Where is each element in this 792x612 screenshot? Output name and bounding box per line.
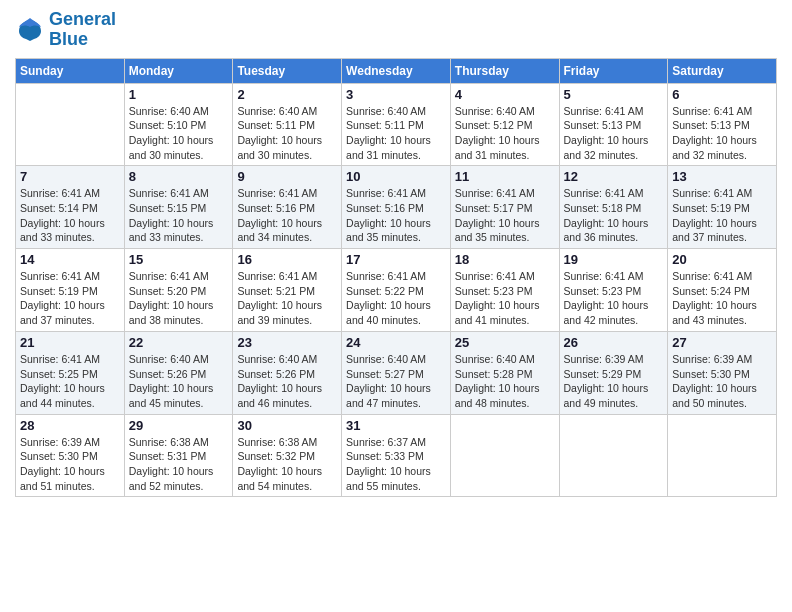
calendar-cell: [668, 414, 777, 497]
calendar-cell: 28Sunrise: 6:39 AMSunset: 5:30 PMDayligh…: [16, 414, 125, 497]
day-info: Sunrise: 6:41 AMSunset: 5:16 PMDaylight:…: [346, 186, 446, 245]
day-number: 16: [237, 252, 337, 267]
day-number: 29: [129, 418, 229, 433]
day-info: Sunrise: 6:38 AMSunset: 5:31 PMDaylight:…: [129, 435, 229, 494]
day-number: 2: [237, 87, 337, 102]
day-number: 22: [129, 335, 229, 350]
day-number: 11: [455, 169, 555, 184]
day-info: Sunrise: 6:37 AMSunset: 5:33 PMDaylight:…: [346, 435, 446, 494]
day-number: 21: [20, 335, 120, 350]
calendar-cell: 17Sunrise: 6:41 AMSunset: 5:22 PMDayligh…: [342, 249, 451, 332]
day-number: 20: [672, 252, 772, 267]
day-number: 13: [672, 169, 772, 184]
day-of-week-header: Monday: [124, 58, 233, 83]
calendar-cell: 11Sunrise: 6:41 AMSunset: 5:17 PMDayligh…: [450, 166, 559, 249]
day-number: 12: [564, 169, 664, 184]
calendar-cell: 23Sunrise: 6:40 AMSunset: 5:26 PMDayligh…: [233, 331, 342, 414]
day-number: 7: [20, 169, 120, 184]
calendar-cell: 15Sunrise: 6:41 AMSunset: 5:20 PMDayligh…: [124, 249, 233, 332]
day-info: Sunrise: 6:41 AMSunset: 5:16 PMDaylight:…: [237, 186, 337, 245]
calendar-cell: 29Sunrise: 6:38 AMSunset: 5:31 PMDayligh…: [124, 414, 233, 497]
day-info: Sunrise: 6:39 AMSunset: 5:30 PMDaylight:…: [672, 352, 772, 411]
day-number: 9: [237, 169, 337, 184]
day-of-week-header: Saturday: [668, 58, 777, 83]
calendar-cell: 12Sunrise: 6:41 AMSunset: 5:18 PMDayligh…: [559, 166, 668, 249]
calendar-cell: 20Sunrise: 6:41 AMSunset: 5:24 PMDayligh…: [668, 249, 777, 332]
calendar-week-row: 28Sunrise: 6:39 AMSunset: 5:30 PMDayligh…: [16, 414, 777, 497]
logo-text-line2: Blue: [49, 30, 116, 50]
day-info: Sunrise: 6:41 AMSunset: 5:14 PMDaylight:…: [20, 186, 120, 245]
day-info: Sunrise: 6:40 AMSunset: 5:27 PMDaylight:…: [346, 352, 446, 411]
logo-icon: [15, 15, 45, 45]
calendar-cell: 21Sunrise: 6:41 AMSunset: 5:25 PMDayligh…: [16, 331, 125, 414]
calendar-cell: 9Sunrise: 6:41 AMSunset: 5:16 PMDaylight…: [233, 166, 342, 249]
calendar-cell: 26Sunrise: 6:39 AMSunset: 5:29 PMDayligh…: [559, 331, 668, 414]
day-info: Sunrise: 6:41 AMSunset: 5:18 PMDaylight:…: [564, 186, 664, 245]
calendar-week-row: 21Sunrise: 6:41 AMSunset: 5:25 PMDayligh…: [16, 331, 777, 414]
calendar-cell: 4Sunrise: 6:40 AMSunset: 5:12 PMDaylight…: [450, 83, 559, 166]
day-number: 4: [455, 87, 555, 102]
page: General Blue SundayMondayTuesdayWednesda…: [0, 0, 792, 612]
day-info: Sunrise: 6:40 AMSunset: 5:11 PMDaylight:…: [237, 104, 337, 163]
day-info: Sunrise: 6:40 AMSunset: 5:11 PMDaylight:…: [346, 104, 446, 163]
day-info: Sunrise: 6:40 AMSunset: 5:26 PMDaylight:…: [129, 352, 229, 411]
calendar-cell: 2Sunrise: 6:40 AMSunset: 5:11 PMDaylight…: [233, 83, 342, 166]
day-info: Sunrise: 6:41 AMSunset: 5:13 PMDaylight:…: [672, 104, 772, 163]
day-number: 26: [564, 335, 664, 350]
header: General Blue: [15, 10, 777, 50]
day-number: 17: [346, 252, 446, 267]
day-info: Sunrise: 6:41 AMSunset: 5:19 PMDaylight:…: [672, 186, 772, 245]
day-info: Sunrise: 6:40 AMSunset: 5:28 PMDaylight:…: [455, 352, 555, 411]
calendar-week-row: 1Sunrise: 6:40 AMSunset: 5:10 PMDaylight…: [16, 83, 777, 166]
calendar-cell: 30Sunrise: 6:38 AMSunset: 5:32 PMDayligh…: [233, 414, 342, 497]
day-info: Sunrise: 6:40 AMSunset: 5:26 PMDaylight:…: [237, 352, 337, 411]
day-info: Sunrise: 6:41 AMSunset: 5:15 PMDaylight:…: [129, 186, 229, 245]
day-number: 10: [346, 169, 446, 184]
calendar-cell: 31Sunrise: 6:37 AMSunset: 5:33 PMDayligh…: [342, 414, 451, 497]
calendar-cell: 3Sunrise: 6:40 AMSunset: 5:11 PMDaylight…: [342, 83, 451, 166]
day-of-week-header: Sunday: [16, 58, 125, 83]
logo-text-line1: General: [49, 10, 116, 30]
calendar-cell: 14Sunrise: 6:41 AMSunset: 5:19 PMDayligh…: [16, 249, 125, 332]
day-number: 31: [346, 418, 446, 433]
day-number: 23: [237, 335, 337, 350]
calendar-cell: 16Sunrise: 6:41 AMSunset: 5:21 PMDayligh…: [233, 249, 342, 332]
day-info: Sunrise: 6:41 AMSunset: 5:20 PMDaylight:…: [129, 269, 229, 328]
day-info: Sunrise: 6:41 AMSunset: 5:17 PMDaylight:…: [455, 186, 555, 245]
calendar-cell: [16, 83, 125, 166]
calendar-week-row: 7Sunrise: 6:41 AMSunset: 5:14 PMDaylight…: [16, 166, 777, 249]
calendar-cell: 22Sunrise: 6:40 AMSunset: 5:26 PMDayligh…: [124, 331, 233, 414]
day-number: 14: [20, 252, 120, 267]
logo: General Blue: [15, 10, 116, 50]
day-number: 3: [346, 87, 446, 102]
day-number: 28: [20, 418, 120, 433]
day-number: 27: [672, 335, 772, 350]
calendar-cell: 24Sunrise: 6:40 AMSunset: 5:27 PMDayligh…: [342, 331, 451, 414]
day-info: Sunrise: 6:41 AMSunset: 5:23 PMDaylight:…: [564, 269, 664, 328]
day-of-week-header: Friday: [559, 58, 668, 83]
day-of-week-header: Thursday: [450, 58, 559, 83]
day-of-week-header: Tuesday: [233, 58, 342, 83]
day-number: 30: [237, 418, 337, 433]
day-info: Sunrise: 6:41 AMSunset: 5:23 PMDaylight:…: [455, 269, 555, 328]
calendar-cell: 27Sunrise: 6:39 AMSunset: 5:30 PMDayligh…: [668, 331, 777, 414]
day-number: 8: [129, 169, 229, 184]
day-info: Sunrise: 6:41 AMSunset: 5:13 PMDaylight:…: [564, 104, 664, 163]
calendar-cell: [450, 414, 559, 497]
calendar-cell: 13Sunrise: 6:41 AMSunset: 5:19 PMDayligh…: [668, 166, 777, 249]
day-info: Sunrise: 6:41 AMSunset: 5:19 PMDaylight:…: [20, 269, 120, 328]
day-number: 24: [346, 335, 446, 350]
calendar-cell: 10Sunrise: 6:41 AMSunset: 5:16 PMDayligh…: [342, 166, 451, 249]
calendar-cell: 25Sunrise: 6:40 AMSunset: 5:28 PMDayligh…: [450, 331, 559, 414]
calendar-table: SundayMondayTuesdayWednesdayThursdayFrid…: [15, 58, 777, 498]
day-number: 5: [564, 87, 664, 102]
day-info: Sunrise: 6:39 AMSunset: 5:30 PMDaylight:…: [20, 435, 120, 494]
calendar-cell: 19Sunrise: 6:41 AMSunset: 5:23 PMDayligh…: [559, 249, 668, 332]
day-info: Sunrise: 6:41 AMSunset: 5:22 PMDaylight:…: [346, 269, 446, 328]
day-info: Sunrise: 6:39 AMSunset: 5:29 PMDaylight:…: [564, 352, 664, 411]
day-info: Sunrise: 6:40 AMSunset: 5:12 PMDaylight:…: [455, 104, 555, 163]
calendar-cell: 5Sunrise: 6:41 AMSunset: 5:13 PMDaylight…: [559, 83, 668, 166]
day-of-week-header: Wednesday: [342, 58, 451, 83]
day-number: 19: [564, 252, 664, 267]
calendar-cell: 6Sunrise: 6:41 AMSunset: 5:13 PMDaylight…: [668, 83, 777, 166]
